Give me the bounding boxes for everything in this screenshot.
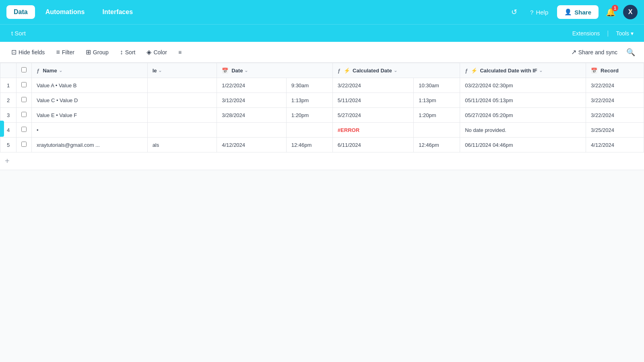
share-icon: 👤: [564, 8, 572, 16]
group-button[interactable]: ⊞ Group: [81, 46, 114, 58]
divider: |: [607, 30, 609, 37]
row-checkbox-cell[interactable]: [17, 78, 32, 93]
hide-fields-button[interactable]: ⊡ Hide fields: [6, 46, 50, 58]
row-calc-time[interactable]: 1:13pm: [414, 93, 460, 108]
row-name[interactable]: Value A • Value B: [32, 78, 148, 93]
row-name[interactable]: xraytutorials@gmail.com ...: [32, 138, 148, 152]
row-checkbox-cell[interactable]: [17, 138, 32, 152]
row-checkbox-cell[interactable]: [17, 108, 32, 123]
row-time[interactable]: 1:13pm: [286, 93, 332, 108]
row-checkbox[interactable]: [21, 97, 27, 102]
sort-arrow-name: ⌄: [59, 68, 62, 73]
row-calc-time[interactable]: [414, 123, 460, 138]
row-calc-date[interactable]: 5/11/2024: [332, 93, 413, 108]
row-date[interactable]: 4/12/2024: [217, 138, 287, 152]
row-calc-if[interactable]: 05/11/2024 05:13pm: [460, 93, 586, 108]
col-header-date[interactable]: 📅 Date ⌄: [217, 63, 333, 78]
row-record[interactable]: 3/22/2024: [586, 108, 644, 123]
search-button[interactable]: 🔍: [624, 45, 638, 59]
extensions-button[interactable]: Extensions: [568, 29, 604, 38]
select-all-checkbox[interactable]: [21, 67, 27, 72]
fx-icon-calc: ƒ: [338, 68, 341, 74]
row-time[interactable]: 12:46pm: [286, 138, 332, 152]
row-checkbox[interactable]: [21, 142, 27, 147]
add-row-button[interactable]: +: [0, 152, 644, 170]
row-calc-date[interactable]: 6/11/2024: [332, 138, 413, 152]
sort-arrow-calc: ⌄: [394, 68, 397, 73]
help-button[interactable]: ? Help: [526, 6, 552, 18]
row-name[interactable]: •: [32, 123, 148, 138]
row-name[interactable]: Value E • Value F: [32, 108, 148, 123]
lightning-icon-calcif: ⚡: [471, 68, 477, 74]
row-number: 5: [0, 138, 17, 152]
col-name-label: Name: [43, 68, 57, 74]
row-record[interactable]: 3/22/2024: [586, 93, 644, 108]
row-calc-if[interactable]: 03/22/2024 02:30pm: [460, 78, 586, 93]
nav-tab-interfaces[interactable]: Interfaces: [95, 5, 140, 19]
share-label: Share: [574, 9, 591, 16]
col-header-name[interactable]: ƒ Name ⌄: [32, 63, 148, 78]
row-calc-if[interactable]: 06/11/2024 04:46pm: [460, 138, 586, 152]
history-button[interactable]: ↺: [507, 5, 521, 19]
row-extra[interactable]: [147, 108, 217, 123]
row-calc-if[interactable]: No date provided.: [460, 123, 586, 138]
row-checkbox-cell[interactable]: [17, 93, 32, 108]
sort-arrow-calcif: ⌄: [539, 68, 543, 73]
col-header-calc-date[interactable]: ƒ ⚡ Calculated Date ⌄: [332, 63, 460, 78]
filter-icon: ≡: [56, 49, 60, 56]
filter-button[interactable]: ≡ Filter: [51, 46, 79, 58]
table-row: 2 Value C • Value D 3/12/2024 1:13pm 5/1…: [0, 93, 644, 108]
row-record[interactable]: 3/22/2024: [586, 78, 644, 93]
row-time[interactable]: 1:20pm: [286, 108, 332, 123]
more-button[interactable]: ≡: [173, 47, 186, 58]
row-checkbox[interactable]: [21, 112, 27, 117]
row-name[interactable]: Value C • Value D: [32, 93, 148, 108]
row-checkbox[interactable]: [21, 82, 27, 87]
row-extra[interactable]: [147, 78, 217, 93]
col-header-extra[interactable]: le ⌄: [147, 63, 217, 78]
fx-icon-name: ƒ: [37, 68, 39, 74]
row-date[interactable]: 1/22/2024: [217, 78, 287, 93]
left-tab[interactable]: [0, 121, 4, 137]
row-extra[interactable]: als: [147, 138, 217, 152]
col-date-label: Date: [231, 68, 243, 74]
row-record[interactable]: 3/25/2024: [586, 123, 644, 138]
row-extra[interactable]: [147, 93, 217, 108]
row-date[interactable]: [217, 123, 287, 138]
search-icon: 🔍: [626, 48, 635, 56]
nav-tab-automations[interactable]: Automations: [38, 5, 92, 19]
row-calc-if[interactable]: 05/27/2024 05:20pm: [460, 108, 586, 123]
row-calc-date[interactable]: 3/22/2024: [332, 78, 413, 93]
share-sync-icon: ↗: [571, 48, 576, 56]
row-date[interactable]: 3/28/2024: [217, 108, 287, 123]
row-number: 1: [0, 78, 17, 93]
row-calc-time[interactable]: 10:30am: [414, 78, 460, 93]
sort-button[interactable]: ↕ Sort: [115, 46, 140, 58]
notification-button[interactable]: 🔔 1: [603, 5, 618, 19]
share-button[interactable]: 👤 Share: [557, 5, 599, 19]
sub-nav-right: Extensions | Tools ▾: [568, 29, 638, 38]
row-calc-time[interactable]: 12:46pm: [414, 138, 460, 152]
row-checkbox-cell[interactable]: [17, 123, 32, 138]
col-header-calc-if[interactable]: ƒ ⚡ Calculated Date with IF ⌄: [460, 63, 586, 78]
row-calc-date[interactable]: 5/27/2024: [332, 108, 413, 123]
tools-button[interactable]: Tools ▾: [612, 29, 638, 38]
row-date[interactable]: 3/12/2024: [217, 93, 287, 108]
row-calc-time[interactable]: 1:20pm: [414, 108, 460, 123]
hide-fields-label: Hide fields: [19, 49, 45, 56]
row-extra[interactable]: [147, 123, 217, 138]
share-sync-button[interactable]: ↗ Share and sync: [566, 46, 622, 58]
col-header-record[interactable]: 📅 Record: [586, 63, 644, 78]
avatar-button[interactable]: X: [623, 5, 638, 19]
col-extra-label: le: [153, 68, 157, 74]
col-record-label: Record: [601, 68, 619, 74]
nav-tab-data[interactable]: Data: [6, 5, 35, 19]
row-checkbox[interactable]: [21, 127, 27, 132]
color-button[interactable]: ◈ Color: [142, 46, 171, 58]
row-time[interactable]: 9:30am: [286, 78, 332, 93]
row-record[interactable]: 4/12/2024: [586, 138, 644, 152]
col-header-checkbox[interactable]: [17, 63, 32, 78]
table-header-row: ƒ Name ⌄ le ⌄ 📅 Date ⌄: [0, 63, 644, 78]
row-time[interactable]: [286, 123, 332, 138]
row-calc-date[interactable]: #ERROR: [332, 123, 413, 138]
